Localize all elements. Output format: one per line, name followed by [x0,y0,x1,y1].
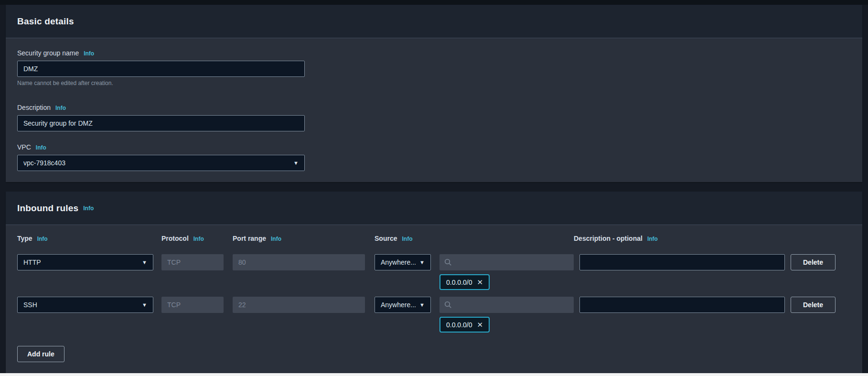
source-select-value: Anywhere... [381,301,416,309]
security-group-name-helper: Name cannot be edited after creation. [17,80,851,86]
rules-column-headers: Type Info Protocol Info Port range Info … [17,235,851,244]
vpc-info-link[interactable]: Info [36,144,46,151]
source-chip-row1-wrap: 0.0.0.0/0 ✕ [17,274,851,290]
chevron-down-icon: ▼ [419,302,425,308]
security-group-name-input[interactable] [17,61,305,77]
description-label: Description [17,104,51,111]
vpc-select[interactable]: vpc-7918c403 ▼ [17,155,305,171]
source-cidr-chip-row2[interactable]: 0.0.0.0/0 ✕ [439,317,490,333]
chevron-down-icon: ▼ [293,161,299,166]
vpc-label: VPC [17,143,31,151]
source-cidr-chip-row1[interactable]: 0.0.0.0/0 ✕ [439,274,490,290]
description-col-info-link[interactable]: Info [647,236,658,242]
inbound-rules-title: Inbound rules [17,203,78,214]
search-icon [444,301,452,309]
source-cidr-value: 0.0.0.0/0 [446,279,472,286]
column-header-type: Type Info [17,235,161,242]
source-column-label: Source [375,235,397,242]
chevron-down-icon: ▼ [142,302,147,308]
protocol-info-link[interactable]: Info [193,236,204,242]
rule-row-ssh: SSH ▼ Anywhere... ▼ [17,297,851,313]
source-search-row2[interactable] [439,297,574,313]
chevron-down-icon: ▼ [142,260,147,265]
vpc-field: VPC Info vpc-7918c403 ▼ [17,143,851,171]
description-column-label: Description - optional [574,235,643,242]
inbound-rules-body: Type Info Protocol Info Port range Info … [6,225,862,373]
security-group-name-field: Security group name Info Name cannot be … [17,49,851,86]
delete-rule-button-row2[interactable]: Delete [791,297,836,313]
type-select-ssh[interactable]: SSH ▼ [17,297,153,313]
description-input[interactable] [17,115,305,131]
type-select-value: SSH [23,301,37,309]
security-group-name-info-link[interactable]: Info [84,50,94,57]
column-header-port-range: Port range Info [233,235,375,242]
protocol-input-row2 [161,297,224,313]
type-select-value: HTTP [23,258,41,266]
type-column-label: Type [17,235,32,242]
port-range-column-label: Port range [233,235,266,242]
add-rule-button[interactable]: Add rule [17,346,64,362]
rule-row-http: HTTP ▼ Anywhere... ▼ [17,254,851,270]
vpc-select-value: vpc-7918c403 [23,159,65,167]
protocol-input-row1 [161,254,224,270]
source-info-link[interactable]: Info [402,236,412,242]
description-info-link[interactable]: Info [55,105,66,111]
column-header-source: Source Info [375,235,574,242]
description-field: Description Info [17,104,851,131]
type-select-http[interactable]: HTTP ▼ [17,254,153,270]
source-chip-row2-wrap: 0.0.0.0/0 ✕ [17,317,851,333]
column-header-description: Description - optional Info [574,235,851,242]
remove-chip-icon[interactable]: ✕ [477,279,483,286]
protocol-column-label: Protocol [161,235,189,242]
source-select-row2[interactable]: Anywhere... ▼ [375,297,431,313]
create-security-group-page: Basic details Security group name Info N… [0,5,868,373]
inbound-rules-info-link[interactable]: Info [83,205,94,212]
port-range-input-row2 [233,297,365,313]
basic-details-card: Basic details Security group name Info N… [6,5,862,182]
source-cidr-value: 0.0.0.0/0 [446,321,472,329]
chevron-down-icon: ▼ [419,260,425,265]
rule-description-input-row1[interactable] [579,254,785,270]
source-select-value: Anywhere... [381,258,416,266]
column-header-protocol: Protocol Info [161,235,233,242]
port-range-info-link[interactable]: Info [271,236,281,242]
security-group-name-label: Security group name [17,49,79,57]
inbound-rules-card: Inbound rules Info Type Info Protocol In… [6,192,862,373]
type-info-link[interactable]: Info [37,236,48,242]
source-search-input-row1[interactable] [456,258,569,266]
delete-rule-button-row1[interactable]: Delete [791,254,836,270]
port-range-input-row1 [233,254,365,270]
basic-details-title: Basic details [17,16,74,27]
page-bottom-edge [0,373,868,376]
rule-description-input-row2[interactable] [579,297,785,313]
page-top-strip [0,0,868,5]
basic-details-body: Security group name Info Name cannot be … [6,38,862,182]
basic-details-header: Basic details [6,5,862,38]
search-icon [444,258,452,266]
source-search-input-row2[interactable] [456,301,569,309]
inbound-rules-header: Inbound rules Info [6,192,862,225]
remove-chip-icon[interactable]: ✕ [477,321,483,328]
source-search-row1[interactable] [439,254,574,270]
source-select-row1[interactable]: Anywhere... ▼ [375,254,431,270]
